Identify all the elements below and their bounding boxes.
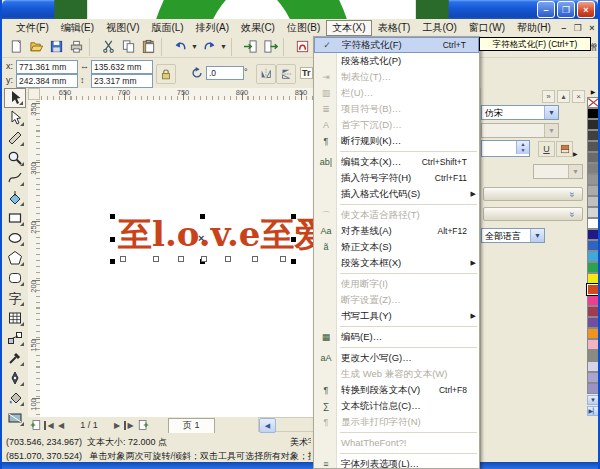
polygon-tool[interactable] bbox=[4, 248, 26, 268]
selection-handle-tl[interactable] bbox=[110, 214, 115, 219]
menu-item-编码E[interactable]: ▦编码(E)… bbox=[314, 329, 479, 345]
palette-scroll-down-button[interactable]: ▼ bbox=[587, 395, 599, 405]
selection-handle-mr[interactable] bbox=[291, 237, 296, 242]
page-tab[interactable]: 页 1 bbox=[168, 418, 215, 433]
text-node[interactable] bbox=[201, 256, 207, 262]
outline-tool[interactable] bbox=[4, 368, 26, 388]
color-swatch-8a8a80[interactable] bbox=[587, 350, 599, 361]
docker-flyout-button[interactable]: » bbox=[542, 90, 555, 103]
text-tool[interactable]: 字 bbox=[4, 288, 26, 308]
eyedropper-tool[interactable] bbox=[4, 348, 26, 368]
object-height-field[interactable]: 23.317 mm bbox=[91, 74, 153, 88]
menubar-item-7[interactable]: 位图(B) bbox=[281, 20, 326, 36]
kerning-combo[interactable]: ▼ bbox=[533, 164, 583, 179]
text-node[interactable] bbox=[225, 256, 231, 262]
doc-minimize-button[interactable]: – bbox=[557, 23, 571, 33]
menu-item-文本统计信息C[interactable]: ∑文本统计信息(C)… bbox=[314, 398, 479, 414]
freehand-tool[interactable] bbox=[4, 168, 26, 188]
docker-char-effects-button[interactable] bbox=[556, 141, 573, 157]
text-node[interactable] bbox=[252, 256, 258, 262]
doc-close-button[interactable]: × bbox=[585, 23, 599, 33]
palette-flyout-button[interactable]: ▶ bbox=[586, 88, 600, 97]
menu-item-对齐基线A[interactable]: Aa对齐基线(A)Alt+F12 bbox=[314, 223, 479, 239]
menubar-item-6[interactable]: 效果(C) bbox=[235, 20, 281, 36]
color-swatch-6b6b6b[interactable] bbox=[587, 152, 599, 163]
color-swatch-d8d4e8[interactable] bbox=[587, 361, 599, 372]
print-button[interactable] bbox=[66, 38, 86, 56]
menu-item-更改大小写G[interactable]: aA更改大小写(G)… bbox=[314, 350, 479, 366]
mirror-horizontal-button[interactable] bbox=[256, 64, 276, 84]
smart-fill-tool[interactable] bbox=[4, 188, 26, 208]
menubar-item-11[interactable]: 窗口(W) bbox=[463, 20, 511, 36]
color-swatch-404040[interactable] bbox=[587, 130, 599, 141]
maximize-button[interactable]: ❐ bbox=[557, 1, 575, 18]
interactive-fill-tool[interactable] bbox=[4, 408, 26, 428]
selection-center-mark[interactable]: × bbox=[198, 232, 204, 244]
menu-item-字符格式化F[interactable]: ✓字符格式化(F)Ctrl+T bbox=[314, 37, 479, 53]
color-swatch-2f64c1[interactable] bbox=[587, 240, 599, 251]
basic-shapes-tool[interactable] bbox=[4, 268, 26, 288]
no-color-swatch[interactable] bbox=[587, 97, 599, 108]
color-swatch-f2ea12[interactable] bbox=[587, 273, 599, 284]
first-page-button[interactable]: ◀ bbox=[43, 421, 55, 430]
color-swatch-aaa4d0[interactable] bbox=[587, 372, 599, 383]
artistic-text[interactable]: 至l.o.v.e至爱 bbox=[118, 212, 328, 258]
close-button[interactable]: × bbox=[577, 1, 595, 18]
lock-ratio-button[interactable] bbox=[156, 64, 176, 84]
menubar-item-9[interactable]: 表格(T) bbox=[372, 20, 417, 36]
color-swatch-2aa34c[interactable] bbox=[587, 262, 599, 273]
selection-handle-tm[interactable] bbox=[200, 214, 205, 219]
table-tool[interactable] bbox=[4, 308, 26, 328]
scroll-left-button[interactable]: ◀ bbox=[259, 418, 276, 433]
new-button[interactable] bbox=[6, 38, 26, 56]
palette-expand-button[interactable]: ▶▏ bbox=[587, 406, 599, 416]
copy-button[interactable] bbox=[118, 38, 138, 56]
text-node[interactable] bbox=[153, 256, 159, 262]
ruler-origin-button[interactable] bbox=[28, 88, 40, 100]
selection-handle-ml[interactable] bbox=[110, 237, 115, 242]
x-position-field[interactable]: 771.361 mm bbox=[16, 60, 78, 74]
menubar-item-8[interactable]: 文本(X) bbox=[326, 20, 371, 36]
text-node[interactable] bbox=[120, 256, 126, 262]
import-button[interactable] bbox=[240, 38, 260, 56]
previous-page-button[interactable]: ◀ bbox=[55, 421, 67, 430]
ellipse-tool[interactable] bbox=[4, 228, 26, 248]
rectangle-tool[interactable] bbox=[4, 208, 26, 228]
rotation-angle-field[interactable]: .0 bbox=[206, 66, 244, 80]
dropdown-arrow-icon[interactable]: ▼ bbox=[190, 38, 199, 56]
color-swatch-808080[interactable] bbox=[587, 163, 599, 174]
color-swatch-ec3f8e[interactable] bbox=[587, 295, 599, 306]
color-swatch-ffffff[interactable] bbox=[587, 218, 599, 229]
fill-tool[interactable] bbox=[4, 388, 26, 408]
menubar-item-5[interactable]: 排列(A) bbox=[190, 20, 235, 36]
docker-underline-button[interactable]: U bbox=[538, 141, 555, 157]
menu-item-字体列表选项L[interactable]: ≡字体列表选项(L)… bbox=[314, 456, 479, 469]
zoom-tool[interactable] bbox=[4, 148, 26, 168]
color-swatch-1f1a85[interactable] bbox=[587, 229, 599, 240]
combo-arrow-icon[interactable]: ▼ bbox=[544, 106, 558, 119]
crop-tool[interactable] bbox=[4, 128, 26, 148]
add-page-start-button[interactable] bbox=[28, 419, 43, 432]
text-node[interactable] bbox=[178, 256, 184, 262]
menu-item-插入符号字符H[interactable]: 插入符号字符(H)Ctrl+F11 bbox=[314, 170, 479, 186]
export-button[interactable] bbox=[260, 38, 280, 56]
blend-tool[interactable] bbox=[4, 328, 26, 348]
open-button[interactable] bbox=[26, 38, 46, 56]
color-swatch-9a93c4[interactable] bbox=[587, 383, 599, 394]
rollup-section-1[interactable]: » bbox=[483, 187, 583, 201]
redo-button[interactable] bbox=[199, 38, 219, 56]
font-style-combo[interactable]: ▼ bbox=[481, 123, 559, 138]
rollup-section-2[interactable]: » bbox=[483, 207, 583, 221]
menu-item-转换到段落文本V[interactable]: ¶转换到段落文本(V)Ctrl+F8 bbox=[314, 382, 479, 398]
docker-collapse-button[interactable]: ▴ bbox=[557, 90, 570, 103]
color-swatch-555555[interactable] bbox=[587, 141, 599, 152]
color-swatch-3fa9dc[interactable] bbox=[587, 251, 599, 262]
pick-tool[interactable] bbox=[4, 88, 26, 108]
color-swatch-2b2b2b[interactable] bbox=[587, 119, 599, 130]
color-swatch-c0c0c0[interactable] bbox=[587, 196, 599, 207]
save-button[interactable] bbox=[46, 38, 66, 56]
font-family-combo[interactable]: 仿宋 ▼ bbox=[481, 105, 559, 120]
menubar-item-4[interactable]: 版面(L) bbox=[145, 20, 189, 36]
menu-item-矫正文本S[interactable]: ã矫正文本(S) bbox=[314, 239, 479, 255]
language-combo[interactable]: 全部语言 ▼ bbox=[481, 228, 545, 243]
